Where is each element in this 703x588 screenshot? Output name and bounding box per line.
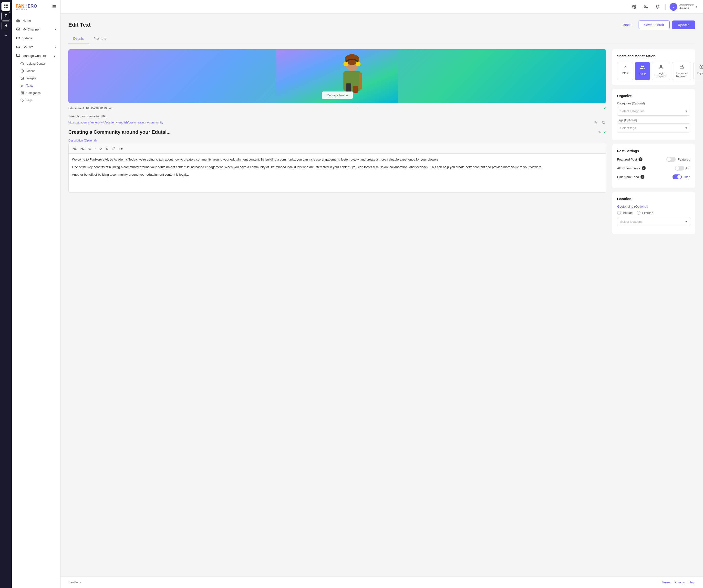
- sidebar-item-golive[interactable]: Go Live ›: [12, 43, 60, 51]
- geofencing-label: Geofencing (Optional): [617, 205, 690, 208]
- exclude-radio[interactable]: Exclude: [637, 211, 653, 215]
- comments-toggle-value: On: [686, 166, 690, 170]
- sidebar-item-categories[interactable]: Categories: [12, 89, 60, 97]
- edit-title-icon[interactable]: ✎: [598, 130, 601, 134]
- description-section: Description (Optional) H1 H2 B I U S Tx: [68, 139, 606, 192]
- sidebar-item-videos2[interactable]: Videos: [12, 67, 60, 75]
- comments-toggle[interactable]: [675, 166, 684, 171]
- hide-toggle-wrap: Hide: [673, 174, 690, 179]
- svg-point-7: [16, 27, 19, 31]
- share-option-login[interactable]: Login Required: [652, 62, 670, 80]
- share-option-password[interactable]: Password Required: [672, 62, 691, 80]
- svg-rect-0: [4, 5, 6, 6]
- share-option-default[interactable]: ✓ Default: [617, 62, 633, 80]
- tags-chevron-icon: ▾: [686, 126, 687, 130]
- save-draft-button[interactable]: Save as draft: [639, 20, 670, 29]
- editor-content[interactable]: Welcome to FanHero's Video Academy. Toda…: [68, 154, 606, 192]
- svg-rect-23: [22, 92, 23, 93]
- bell-icon[interactable]: [654, 3, 661, 11]
- icon-h-logo[interactable]: H: [1, 21, 10, 30]
- sidebar-tags-label: Tags: [26, 99, 32, 102]
- edit-url-icon[interactable]: ✎: [593, 119, 599, 125]
- hide-toggle[interactable]: [673, 174, 682, 179]
- share-option-paywall[interactable]: Paywall: [693, 62, 703, 80]
- exclude-label: Exclude: [642, 211, 653, 215]
- hide-toggle-value: Hide: [684, 175, 690, 179]
- image-meta: Edutaitment_1651593938199.png | ✓: [68, 106, 606, 110]
- upload-center-label: Upload Center: [26, 62, 45, 65]
- tab-promote[interactable]: Promote: [89, 34, 111, 44]
- icon-block-f[interactable]: F: [1, 12, 10, 20]
- user-info[interactable]: J Administrator Juliana ▾: [670, 3, 697, 11]
- two-col-layout: Replace Image Edutaitment_1651593938199.…: [68, 49, 695, 238]
- tags-select[interactable]: Select tags ▾: [617, 123, 690, 133]
- featured-toggle[interactable]: [667, 157, 676, 162]
- toolbar-h2[interactable]: H2: [79, 146, 86, 152]
- toolbar-h1[interactable]: H1: [71, 146, 78, 152]
- toolbar-underline[interactable]: U: [98, 146, 103, 152]
- svg-rect-25: [22, 93, 23, 94]
- header-actions: Cancel Save as draft Update: [618, 20, 695, 29]
- hamburger-icon[interactable]: [52, 4, 56, 10]
- location-panel: Location Geofencing (Optional) Include E…: [612, 192, 695, 234]
- tab-details[interactable]: Details: [68, 34, 89, 44]
- sidebar-item-images[interactable]: Images: [12, 75, 60, 82]
- toolbar-strike[interactable]: S: [104, 146, 109, 152]
- user-role: Administrator: [679, 4, 694, 6]
- url-row: https://academy.fanhero.tv/c/academy-eng…: [68, 119, 606, 125]
- sidebar-item-upload-center[interactable]: Upload Center: [12, 60, 60, 67]
- separator: |: [358, 107, 358, 110]
- update-button[interactable]: Update: [672, 20, 695, 29]
- sidebar-item-manage-content[interactable]: Manage Content ∨: [12, 51, 60, 60]
- content-paragraph-1: Welcome to FanHero's Video Academy. Toda…: [72, 157, 603, 162]
- comments-toggle-wrap: On: [675, 166, 690, 171]
- settings-icon[interactable]: [630, 3, 638, 11]
- icon-plus[interactable]: +: [1, 31, 10, 40]
- cancel-button[interactable]: Cancel: [618, 21, 636, 29]
- svg-marker-8: [18, 28, 19, 30]
- categories-select[interactable]: Select categories ▾: [617, 107, 690, 116]
- share-paywall-label: Paywall: [697, 72, 703, 75]
- svg-rect-22: [21, 92, 22, 93]
- featured-label: Featured Post: [617, 158, 637, 161]
- footer-help[interactable]: Help: [689, 580, 695, 584]
- left-col: Replace Image Edutaitment_1651593938199.…: [68, 49, 606, 238]
- footer-terms[interactable]: Terms: [662, 580, 670, 584]
- editor-toolbar: H1 H2 B I U S Tx: [68, 144, 606, 154]
- hide-info-icon[interactable]: i: [640, 175, 644, 179]
- sidebar-item-mychannel[interactable]: My Channel ›: [12, 25, 60, 34]
- hide-label-row: Hide from Feed i: [617, 175, 644, 179]
- top-header: J Administrator Juliana ▾: [61, 0, 703, 14]
- sidebar-item-videos[interactable]: Videos: [12, 34, 60, 43]
- right-col: Share and Monetization ✓ Default Public: [612, 49, 695, 238]
- featured-info-icon[interactable]: i: [639, 157, 642, 161]
- content-area: Edit Text Cancel Save as draft Update De…: [61, 14, 703, 588]
- image-filename: Edutaitment_1651593938199.png: [68, 107, 112, 110]
- toolbar-link[interactable]: [110, 146, 116, 152]
- people-icon[interactable]: [642, 3, 650, 11]
- comments-info-icon[interactable]: i: [642, 166, 646, 170]
- sidebar-item-texts[interactable]: Texts: [12, 82, 60, 89]
- sidebar-images-label: Images: [26, 77, 36, 80]
- icon-panel: F H +: [0, 0, 12, 588]
- post-title-row: Creating a Community around your Edutai.…: [68, 129, 606, 135]
- hide-toggle-thumb: [677, 175, 681, 179]
- toolbar-clear[interactable]: Tx: [118, 146, 124, 152]
- post-settings-panel: Post Settings Featured Post i: [612, 144, 695, 188]
- url-link[interactable]: https://academy.fanhero.tv/c/academy-eng…: [68, 121, 591, 124]
- replace-image-button[interactable]: Replace Image: [322, 91, 353, 99]
- title-check-icon: ✓: [603, 130, 606, 135]
- share-option-public[interactable]: Public: [635, 62, 650, 80]
- default-check-icon: ✓: [623, 65, 627, 70]
- sidebar-item-tags[interactable]: Tags: [12, 97, 60, 104]
- icon-grid[interactable]: [1, 2, 10, 11]
- locations-select[interactable]: Select locations ▾: [617, 217, 690, 226]
- svg-point-39: [660, 65, 662, 67]
- toolbar-italic[interactable]: I: [93, 146, 97, 152]
- footer-privacy[interactable]: Privacy: [675, 580, 685, 584]
- copy-url-icon[interactable]: ⧉: [601, 119, 606, 125]
- include-radio[interactable]: Include: [617, 211, 633, 215]
- sidebar-item-home[interactable]: Home: [12, 16, 60, 25]
- toolbar-bold[interactable]: B: [87, 146, 92, 152]
- sidebar-header: FANHERO Academy: [12, 0, 60, 14]
